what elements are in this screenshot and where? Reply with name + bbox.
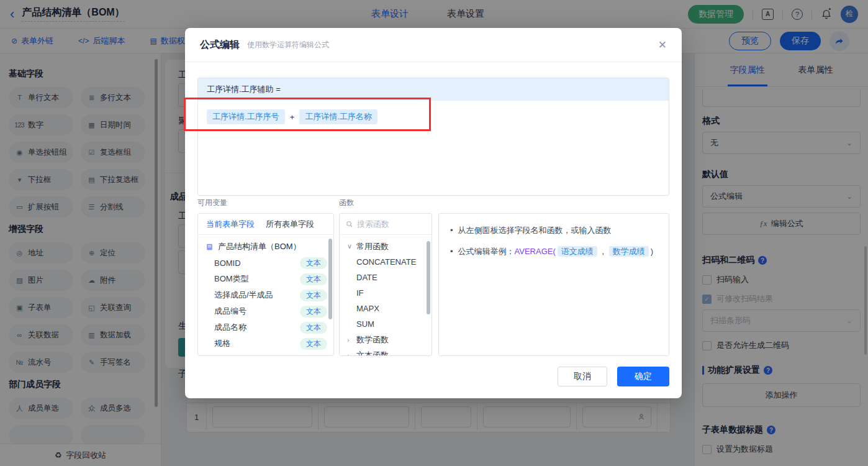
variable-row[interactable]: 规格 文本: [198, 336, 333, 352]
chevron-icon: ∨: [347, 242, 353, 250]
modal-title: 公式编辑: [200, 39, 240, 52]
function-group-row[interactable]: › 数学函数: [342, 332, 429, 347]
formula-token[interactable]: 工序详情.工序序号: [207, 109, 285, 124]
function-group-items: CONCATENATEDATEIFMAPXSUM: [342, 254, 429, 332]
variable-name: BOM类型: [214, 273, 300, 285]
formula-target: 工序详情.工序辅助 =: [198, 78, 669, 101]
example-prefix: 公式编辑举例：: [458, 247, 515, 256]
formula-edit-modal: 公式编辑 使用数学运算符编辑公式 ✕ 工序详情.工序辅助 = 工序详情.工序序号…: [185, 28, 682, 398]
function-search-row: [340, 214, 432, 235]
function-item[interactable]: DATE: [342, 270, 429, 285]
functions-label: 函数: [339, 198, 354, 208]
form-tree-root[interactable]: 产品结构清单（BOM）: [198, 235, 333, 255]
variable-type-badge: 文本: [300, 338, 327, 350]
help-tip-text: 从左侧面板选择字段名和函数，或输入函数: [458, 224, 612, 237]
functions-scrollbar[interactable]: [427, 241, 430, 314]
chevron-icon: ›: [347, 352, 353, 357]
cancel-button[interactable]: 取消: [558, 367, 607, 386]
app-root: ‹ 产品结构清单（BOM） 表单设计表单设置 数据管理 A ? 检 ⊘ 表单外链: [0, 0, 868, 466]
modal-header: 公式编辑 使用数学运算符编辑公式 ✕: [185, 28, 682, 62]
help-example-text: 公式编辑举例：AVERAGE(语文成绩，数学成绩): [458, 245, 654, 258]
function-group: › 数学函数: [342, 332, 429, 347]
function-group-row[interactable]: › 文本函数: [342, 347, 429, 356]
variable-name: 成品名称: [214, 322, 300, 333]
variables-tab[interactable]: 所有表单字段: [266, 219, 314, 230]
variable-name: 成品编号: [214, 306, 300, 317]
formula-help-panel: 从左侧面板选择字段名和函数，或输入函数 公式编辑举例：AVERAGE(语文成绩，…: [438, 213, 669, 356]
variable-type-badge: 文本: [300, 290, 327, 301]
function-item[interactable]: MAPX: [342, 301, 429, 316]
function-item[interactable]: CONCATENATE: [342, 254, 429, 270]
example-function: AVERAGE(: [515, 247, 556, 256]
variable-row[interactable]: 成品名称 文本: [198, 319, 333, 336]
example-field-chip: 数学成绩: [609, 246, 649, 257]
document-icon: [206, 243, 214, 251]
function-item[interactable]: IF: [342, 285, 429, 301]
help-tip: 从左侧面板选择字段名和函数，或输入函数: [450, 224, 658, 237]
variables-label: 可用变量: [197, 198, 227, 208]
function-group: › 文本函数: [342, 347, 429, 356]
variable-type-badge: 文本: [300, 257, 327, 269]
example-comma: ，: [599, 247, 607, 256]
chevron-icon: ›: [347, 336, 353, 344]
variable-row[interactable]: BOMID 文本: [198, 255, 333, 271]
example-close-paren: ): [651, 247, 653, 256]
variable-row[interactable]: BOM类型 文本: [198, 271, 333, 287]
formula-token[interactable]: 工序详情.工序名称: [299, 109, 377, 124]
function-group-label: 常用函数: [356, 241, 389, 252]
variable-name: 选择成品/半成品: [214, 290, 300, 301]
function-item[interactable]: SUM: [342, 316, 429, 332]
variable-row[interactable]: 成品编号 文本: [198, 303, 333, 319]
functions-panel: ∨ 常用函数 CONCATENATEDATEIFMAPXSUM › 数学函数: [339, 213, 432, 356]
variable-type-badge: 文本: [300, 306, 327, 318]
help-example: 公式编辑举例：AVERAGE(语文成绩，数学成绩): [450, 245, 658, 258]
close-icon[interactable]: ✕: [658, 39, 667, 52]
formula-editor[interactable]: 工序详情.工序辅助 = 工序详情.工序序号+工序详情.工序名称: [197, 78, 669, 196]
function-group-label: 文本函数: [356, 350, 389, 357]
variables-tab[interactable]: 当前表单字段: [206, 219, 255, 230]
variable-row[interactable]: 选择成品/半成品 文本: [198, 287, 333, 303]
form-tree-root-label: 产品结构清单（BOM）: [218, 241, 301, 252]
function-search-input[interactable]: [357, 219, 419, 229]
example-field-chip: 语文成绩: [558, 246, 597, 257]
variable-name: 规格: [214, 338, 300, 349]
formula-expression: 工序详情.工序序号+工序详情.工序名称: [198, 101, 669, 133]
function-group-row[interactable]: ∨ 常用函数: [342, 239, 429, 254]
variables-panel: 当前表单字段所有表单字段 产品结构清单（BOM） BOMID 文本 BOM类型 …: [197, 213, 334, 356]
function-group: ∨ 常用函数 CONCATENATEDATEIFMAPXSUM: [342, 239, 429, 332]
variables-tabs: 当前表单字段所有表单字段: [198, 214, 333, 235]
modal-subtitle: 使用数学运算符编辑公式: [247, 40, 329, 50]
variables-scrollbar[interactable]: [328, 239, 332, 319]
search-icon: [346, 221, 353, 228]
variables-list: BOMID 文本 BOM类型 文本 选择成品/半成品 文本 成品编号 文本 成品…: [198, 255, 333, 352]
function-list: ∨ 常用函数 CONCATENATEDATEIFMAPXSUM › 数学函数: [340, 235, 432, 356]
function-group-label: 数学函数: [356, 334, 389, 345]
confirm-button[interactable]: 确定: [617, 367, 669, 386]
modal-footer: 取消 确定: [558, 367, 669, 386]
variable-type-badge: 文本: [300, 273, 327, 285]
formula-token[interactable]: +: [290, 112, 295, 122]
variable-name: BOMID: [214, 258, 300, 268]
variable-type-badge: 文本: [300, 322, 327, 334]
